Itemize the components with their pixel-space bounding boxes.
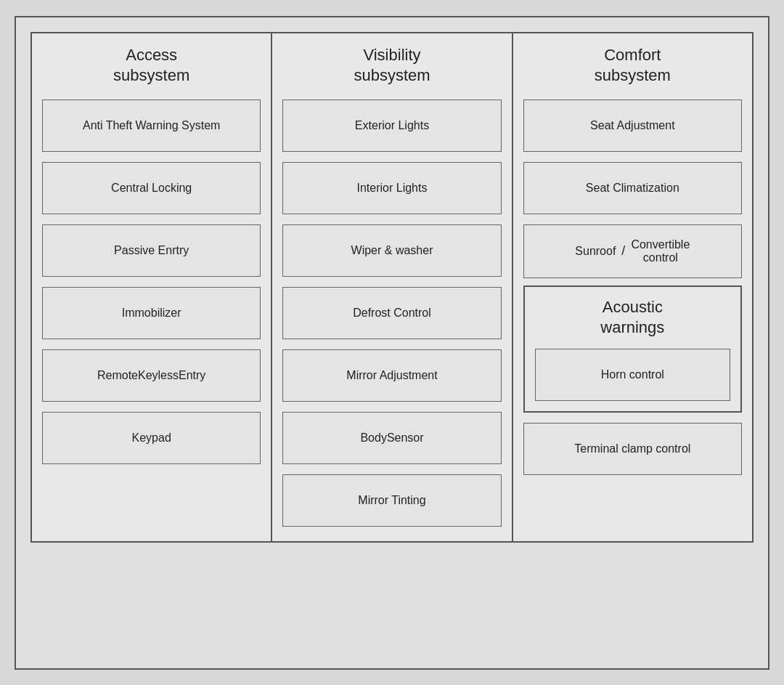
visibility-items-list: Exterior Lights Interior Lights Wiper & … — [282, 100, 501, 527]
list-item: Central Locking — [42, 162, 261, 214]
sunroof-divider: / — [621, 243, 625, 259]
sunroof-box: Sunroof / Convertible control — [523, 224, 742, 278]
visibility-title: Visibility subsystem — [282, 45, 501, 86]
list-item: Defrost Control — [282, 287, 501, 339]
list-item: Immobilizer — [42, 287, 261, 339]
list-item: BodySensor — [282, 412, 501, 464]
acoustic-section: Acoustic warnings Horn control — [523, 285, 742, 413]
terminal-clamp-box: Terminal clamp control — [523, 423, 742, 475]
access-column: Access subsystem Anti Theft Warning Syst… — [30, 32, 272, 543]
access-items-list: Anti Theft Warning System Central Lockin… — [42, 100, 261, 527]
list-item: Seat Climatization — [523, 162, 742, 214]
list-item: Seat Adjustment — [523, 100, 742, 152]
list-item: Exterior Lights — [282, 100, 501, 152]
comfort-column: Comfort subsystem Seat Adjustment Seat C… — [512, 32, 754, 543]
acoustic-title: Acoustic warnings — [535, 297, 730, 339]
list-item: Mirror Adjustment — [282, 349, 501, 402]
sunroof-inner: Sunroof / Convertible control — [575, 238, 690, 264]
list-item: Interior Lights — [282, 162, 501, 214]
convertible-label: Convertible control — [631, 238, 690, 264]
horn-control-box: Horn control — [535, 349, 730, 401]
list-item: Keypad — [42, 412, 261, 464]
sunroof-label: Sunroof — [575, 245, 616, 258]
list-item: RemoteKeylessEntry — [42, 349, 261, 402]
list-item: Mirror Tinting — [282, 474, 501, 527]
list-item: Passive Enrtry — [42, 224, 261, 277]
comfort-items: Seat Adjustment Seat Climatization Sunro… — [523, 100, 742, 278]
outer-container: Access subsystem Anti Theft Warning Syst… — [15, 16, 769, 670]
visibility-column: Visibility subsystem Exterior Lights Int… — [271, 32, 513, 543]
access-title: Access subsystem — [42, 45, 261, 86]
list-item: Wiper & washer — [282, 224, 501, 277]
columns-wrapper: Access subsystem Anti Theft Warning Syst… — [30, 32, 754, 543]
list-item: Anti Theft Warning System — [42, 100, 261, 152]
comfort-title: Comfort subsystem — [523, 45, 742, 86]
